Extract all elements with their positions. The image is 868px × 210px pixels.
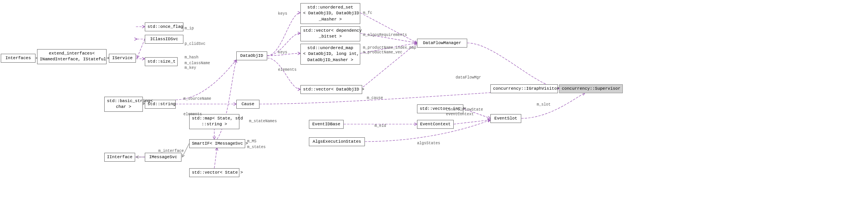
node-unordered_set: std::unordered_set< DataObjID, DataObjID… bbox=[300, 3, 360, 24]
edge-label-18: algsStates bbox=[417, 141, 440, 145]
edge-label-2: m_hash bbox=[185, 55, 198, 60]
edge-label-19: m_eid bbox=[375, 124, 386, 128]
edge-label-13: m_cause bbox=[367, 96, 383, 100]
node-basic_string: std::basic_string<char > bbox=[104, 97, 143, 112]
node-smartif: SmartIF< IMessageSvc > bbox=[189, 139, 245, 148]
edge-label-1: p_clidSvc bbox=[185, 42, 205, 46]
node-unordered_map: std::unordered_map< DataObjID, long int,… bbox=[300, 44, 360, 65]
edge-label-24: m_slot bbox=[537, 102, 551, 107]
edge-label-20: m_interface bbox=[158, 149, 184, 153]
diagram-container: Interfacesextend_interfaces<INamedInterf… bbox=[0, 0, 868, 210]
node-interfaces: Interfaces bbox=[1, 54, 36, 63]
node-dataflowmgr: DataFlowManager bbox=[417, 39, 467, 48]
node-algsexecutionstates: AlgsExecutionStates bbox=[309, 137, 365, 146]
svg-line-10 bbox=[360, 43, 417, 89]
edge-label-10: m_productName_vec bbox=[363, 50, 402, 55]
node-dataobjid: DataObjID bbox=[236, 51, 267, 60]
edge-label-7: elements bbox=[278, 68, 297, 72]
node-eventcontext: EventContext bbox=[417, 120, 454, 129]
node-vector_state: std::vector< State > bbox=[189, 168, 239, 177]
node-once_flag: std::once_flag bbox=[145, 22, 183, 31]
node-concurrency_supervisor: concurrency::Supervisor bbox=[559, 84, 623, 93]
edge-label-16: controlFlowState bbox=[446, 108, 483, 112]
edge-label-14: m_sourceName bbox=[183, 97, 211, 101]
svg-line-14 bbox=[454, 120, 490, 124]
node-iinterface: IInterface bbox=[104, 153, 135, 162]
edge-label-17: eventContext bbox=[446, 112, 474, 116]
edge-label-23: m_stateNames bbox=[249, 119, 277, 123]
edge-label-6: keys bbox=[278, 50, 287, 55]
edge-label-3: m_className bbox=[185, 61, 210, 65]
edge-label-21: m_MS bbox=[247, 139, 256, 143]
edge-label-22: m_states bbox=[247, 145, 266, 149]
edge-label-4: m_key bbox=[185, 66, 196, 70]
svg-line-22 bbox=[137, 39, 145, 58]
edge-label-5: keys bbox=[278, 12, 287, 16]
node-iservice: IService bbox=[109, 54, 136, 63]
edge-label-15: elements bbox=[183, 112, 202, 116]
node-extend_interfaces: extend_interfaces<INamedInterface, IStat… bbox=[37, 49, 107, 64]
node-size_t: std::size_t bbox=[145, 57, 178, 66]
edge-label-9: m_productName_index_map bbox=[363, 46, 416, 50]
node-concurrency_igraphvisitor: concurrency::IGraphVisitor bbox=[490, 84, 558, 93]
edge-label-11: m_fc bbox=[363, 11, 372, 15]
node-eventidbase: EventIDBase bbox=[309, 120, 344, 129]
edge-label-12: dataFlowMgr bbox=[456, 75, 481, 80]
node-vector_dataobjid: std::vector< DataObjID > bbox=[300, 85, 362, 94]
node-imessagesvc: IMessageSvc bbox=[145, 153, 181, 162]
svg-line-7 bbox=[360, 13, 417, 43]
svg-line-21 bbox=[214, 148, 217, 168]
node-eventslot: EventSlot bbox=[490, 114, 521, 123]
edge-label-0: m_ip bbox=[185, 26, 194, 31]
node-iclassidsvc: IClassIDSvc bbox=[145, 35, 183, 44]
node-vector_dep: std::vector< dependency_bitset > bbox=[300, 26, 360, 41]
node-cause: Cause bbox=[236, 100, 259, 109]
edge-label-8: m_algosRequirements bbox=[363, 33, 407, 37]
